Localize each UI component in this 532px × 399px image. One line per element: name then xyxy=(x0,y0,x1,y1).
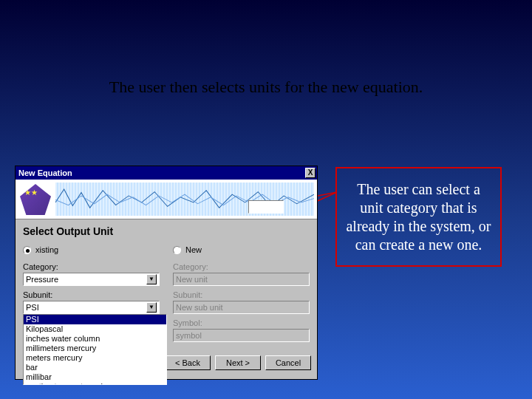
radio-dot-icon xyxy=(173,246,181,254)
list-item[interactable]: inches water column xyxy=(24,334,166,344)
radio-new-label: New xyxy=(185,245,202,254)
cancel-button[interactable]: Cancel xyxy=(265,355,311,370)
new-equation-dialog: New Equation X Select Output Unit xistin… xyxy=(15,166,318,380)
subunit-value-right: New sub unit xyxy=(176,303,223,312)
wizard-icon xyxy=(20,184,51,215)
category-value-right: New unit xyxy=(176,275,208,284)
slide-title: The user then selects units for the new … xyxy=(0,78,532,97)
symbol-input-right: symbol xyxy=(173,329,310,342)
category-input-right: New unit xyxy=(173,273,310,286)
list-item[interactable]: millimeters mercury xyxy=(24,344,166,353)
list-item[interactable]: PSI xyxy=(24,315,166,324)
category-label-right: Category: xyxy=(173,262,310,271)
symbol-label-right: Symbol: xyxy=(173,318,310,327)
subunit-value-left: PSI xyxy=(26,303,39,312)
wizard-step-title: Select Output Unit xyxy=(23,225,310,237)
subunit-input-right: New sub unit xyxy=(173,301,310,314)
wizard-header xyxy=(16,180,317,219)
back-button[interactable]: < Back xyxy=(165,355,211,370)
radio-new[interactable]: New xyxy=(173,245,310,255)
category-value-left: Pressure xyxy=(26,275,58,284)
wizard-body: Select Output Unit xisting Category: Pre… xyxy=(16,219,317,375)
annotation-callout-box: The user can select a unit category that… xyxy=(335,167,502,267)
radio-existing-label: xisting xyxy=(35,245,58,254)
subunit-select-left[interactable]: PSI ▼ xyxy=(23,301,160,314)
chevron-down-icon: ▼ xyxy=(146,302,157,313)
titlebar: New Equation X xyxy=(16,166,317,180)
wizard-button-row: < Back Next > Cancel xyxy=(165,355,311,370)
subunit-dropdown-list[interactable]: PSIKilopascalinches water columnmillimet… xyxy=(23,314,167,385)
list-item[interactable]: bar xyxy=(24,363,166,372)
step-indicator-box xyxy=(248,200,284,214)
subunit-label-right: Subunit: xyxy=(173,290,310,299)
dialog-title: New Equation xyxy=(17,168,305,177)
list-item[interactable]: millibar xyxy=(24,372,166,382)
annotation-text: The user can select a unit category that… xyxy=(344,180,493,254)
next-button[interactable]: Next > xyxy=(215,355,261,370)
category-select-left[interactable]: Pressure ▼ xyxy=(23,273,160,286)
subunit-label-left: Subunit: xyxy=(23,290,160,299)
radio-existing[interactable]: xisting xyxy=(23,245,160,255)
list-item[interactable]: centimeters water column xyxy=(24,382,166,385)
symbol-value-right: symbol xyxy=(176,331,202,340)
close-button[interactable]: X xyxy=(305,168,316,178)
list-item[interactable]: meters mercury xyxy=(24,353,166,363)
chevron-down-icon: ▼ xyxy=(146,274,157,284)
category-label-left: Category: xyxy=(23,262,160,271)
radio-dot-icon xyxy=(23,246,31,254)
new-column: New Category: New unit Subunit: New sub … xyxy=(173,245,310,347)
list-item[interactable]: Kilopascal xyxy=(24,324,166,334)
